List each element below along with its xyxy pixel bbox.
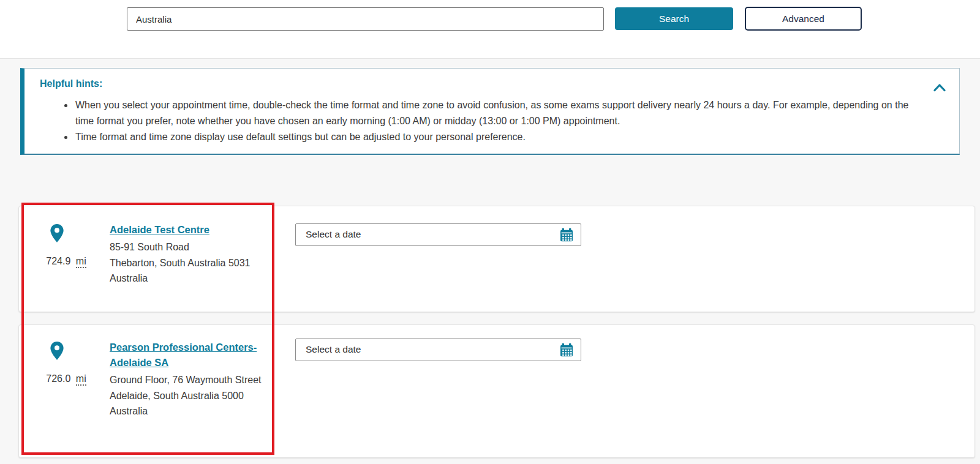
distance-unit: mi <box>76 373 86 386</box>
distance-value: 724.9 <box>46 256 70 266</box>
advanced-button[interactable]: Advanced <box>745 7 862 31</box>
calendar-icon[interactable] <box>559 228 574 242</box>
center-info: Adelaide Test Centre 85-91 South Road Th… <box>110 222 273 286</box>
test-center-search-page: Search Advanced Helpful hints: When you … <box>0 0 980 464</box>
search-button[interactable]: Search <box>615 7 733 30</box>
distance: 724.9 mi <box>26 256 106 267</box>
test-center-row: 724.9 mi Adelaide Test Centre 85-91 Sout… <box>18 206 975 312</box>
hints-list: When you select your appointment time, d… <box>24 97 919 145</box>
address-line: Australia <box>110 271 273 286</box>
calendar-icon[interactable] <box>559 343 574 357</box>
location-pin-icon <box>50 341 64 361</box>
distance-unit: mi <box>76 256 86 268</box>
hint-item: When you select your appointment time, d… <box>74 97 919 129</box>
distance-value: 726.0 <box>46 373 70 384</box>
address-line: Australia <box>110 403 273 419</box>
hints-title: Helpful hints: <box>40 78 102 89</box>
address-line: Thebarton, South Australia 5031 <box>110 255 273 271</box>
search-input[interactable] <box>127 7 604 31</box>
chevron-up-icon <box>933 84 946 94</box>
address-line: Adelaide, South Australia 5000 <box>110 388 273 404</box>
date-placeholder: Select a date <box>306 344 361 355</box>
collapse-hints-button[interactable] <box>931 81 948 95</box>
address-line: 85-91 South Road <box>110 239 273 255</box>
location-pin-icon <box>50 223 64 243</box>
hint-item: Time format and time zone display use de… <box>74 129 919 145</box>
distance: 726.0 mi <box>26 373 106 384</box>
address-line: Ground Floor, 76 Waymouth Street <box>110 372 273 388</box>
center-info: Pearson Professional Centers-Adelaide SA… <box>110 340 273 419</box>
date-input[interactable]: Select a date <box>295 223 581 246</box>
center-name-link[interactable]: Adelaide Test Centre <box>110 224 209 235</box>
test-center-row: 726.0 mi Pearson Professional Centers-Ad… <box>18 324 975 458</box>
date-placeholder: Select a date <box>306 229 361 240</box>
search-bar: Search Advanced <box>0 0 980 58</box>
center-name-link[interactable]: Pearson Professional Centers-Adelaide SA <box>110 342 257 368</box>
date-input[interactable]: Select a date <box>295 339 581 361</box>
helpful-hints-panel: Helpful hints: When you select your appo… <box>20 68 960 155</box>
